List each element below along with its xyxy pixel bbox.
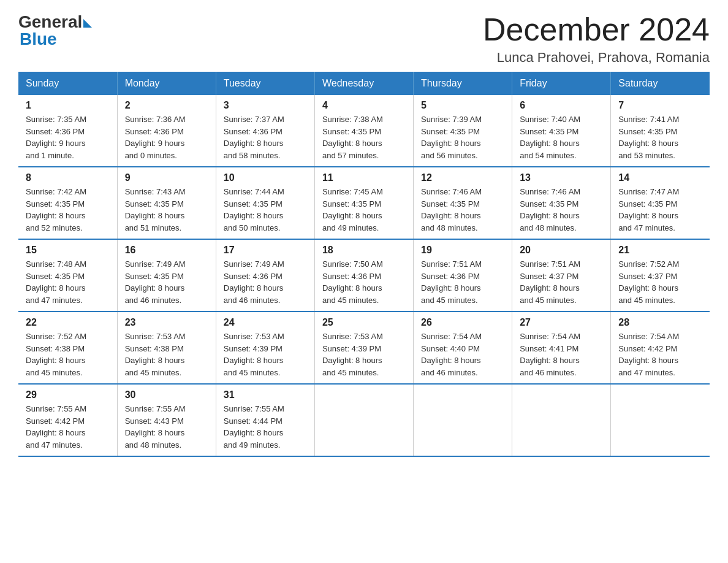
header-row: SundayMondayTuesdayWednesdayThursdayFrid…	[18, 72, 710, 95]
calendar-table: SundayMondayTuesdayWednesdayThursdayFrid…	[18, 72, 710, 457]
day-number: 2	[125, 100, 208, 111]
day-number: 7	[618, 100, 702, 111]
day-info: Sunrise: 7:51 AM Sunset: 4:37 PM Dayligh…	[520, 258, 603, 306]
day-number: 29	[26, 389, 110, 400]
day-info: Sunrise: 7:46 AM Sunset: 4:35 PM Dayligh…	[520, 186, 603, 234]
day-cell: 21Sunrise: 7:52 AM Sunset: 4:37 PM Dayli…	[611, 239, 710, 312]
day-number: 20	[520, 245, 603, 256]
day-cell: 7Sunrise: 7:41 AM Sunset: 4:35 PM Daylig…	[611, 95, 710, 167]
day-number: 19	[421, 245, 504, 256]
day-cell: 17Sunrise: 7:49 AM Sunset: 4:36 PM Dayli…	[216, 239, 314, 312]
day-cell: 15Sunrise: 7:48 AM Sunset: 4:35 PM Dayli…	[18, 239, 117, 312]
day-number: 23	[125, 317, 208, 328]
logo-blue-text: Blue	[20, 29, 92, 49]
day-cell: 31Sunrise: 7:55 AM Sunset: 4:44 PM Dayli…	[216, 384, 314, 456]
day-info: Sunrise: 7:54 AM Sunset: 4:40 PM Dayligh…	[421, 331, 504, 378]
day-cell	[414, 384, 512, 456]
day-info: Sunrise: 7:36 AM Sunset: 4:36 PM Dayligh…	[125, 113, 208, 161]
day-cell: 23Sunrise: 7:53 AM Sunset: 4:38 PM Dayli…	[117, 312, 216, 384]
day-number: 4	[322, 100, 406, 111]
day-number: 15	[26, 245, 110, 256]
page-title: December 2024	[483, 12, 710, 47]
day-cell: 1Sunrise: 7:35 AM Sunset: 4:36 PM Daylig…	[18, 95, 117, 167]
day-number: 1	[26, 100, 110, 111]
day-number: 12	[421, 172, 504, 183]
day-cell: 13Sunrise: 7:46 AM Sunset: 4:35 PM Dayli…	[512, 167, 611, 239]
day-info: Sunrise: 7:41 AM Sunset: 4:35 PM Dayligh…	[618, 113, 702, 161]
day-info: Sunrise: 7:44 AM Sunset: 4:35 PM Dayligh…	[224, 186, 307, 234]
header-cell-saturday: Saturday	[611, 72, 710, 95]
title-section: December 2024 Lunca Prahovei, Prahova, R…	[483, 12, 710, 66]
day-info: Sunrise: 7:53 AM Sunset: 4:38 PM Dayligh…	[125, 331, 208, 378]
day-cell: 25Sunrise: 7:53 AM Sunset: 4:39 PM Dayli…	[314, 312, 413, 384]
day-number: 10	[224, 172, 307, 183]
day-cell: 20Sunrise: 7:51 AM Sunset: 4:37 PM Dayli…	[512, 239, 611, 312]
day-info: Sunrise: 7:53 AM Sunset: 4:39 PM Dayligh…	[224, 331, 307, 378]
header-cell-friday: Friday	[512, 72, 611, 95]
day-number: 25	[322, 317, 406, 328]
day-cell: 2Sunrise: 7:36 AM Sunset: 4:36 PM Daylig…	[117, 95, 216, 167]
day-number: 9	[125, 172, 208, 183]
day-number: 30	[125, 389, 208, 400]
day-info: Sunrise: 7:46 AM Sunset: 4:35 PM Dayligh…	[421, 186, 504, 234]
day-cell: 8Sunrise: 7:42 AM Sunset: 4:35 PM Daylig…	[18, 167, 117, 239]
day-cell: 24Sunrise: 7:53 AM Sunset: 4:39 PM Dayli…	[216, 312, 314, 384]
day-cell: 14Sunrise: 7:47 AM Sunset: 4:35 PM Dayli…	[611, 167, 710, 239]
day-info: Sunrise: 7:49 AM Sunset: 4:36 PM Dayligh…	[224, 258, 307, 306]
calendar-header: SundayMondayTuesdayWednesdayThursdayFrid…	[18, 72, 710, 95]
week-row-2: 8Sunrise: 7:42 AM Sunset: 4:35 PM Daylig…	[18, 167, 710, 239]
day-cell: 4Sunrise: 7:38 AM Sunset: 4:35 PM Daylig…	[314, 95, 413, 167]
day-cell: 29Sunrise: 7:55 AM Sunset: 4:42 PM Dayli…	[18, 384, 117, 456]
header-cell-sunday: Sunday	[18, 72, 117, 95]
day-cell: 26Sunrise: 7:54 AM Sunset: 4:40 PM Dayli…	[414, 312, 512, 384]
header-cell-thursday: Thursday	[414, 72, 512, 95]
day-cell: 28Sunrise: 7:54 AM Sunset: 4:42 PM Dayli…	[611, 312, 710, 384]
day-info: Sunrise: 7:43 AM Sunset: 4:35 PM Dayligh…	[125, 186, 208, 234]
calendar-body: 1Sunrise: 7:35 AM Sunset: 4:36 PM Daylig…	[18, 95, 710, 456]
day-number: 3	[224, 100, 307, 111]
day-info: Sunrise: 7:52 AM Sunset: 4:37 PM Dayligh…	[618, 258, 702, 306]
day-cell: 22Sunrise: 7:52 AM Sunset: 4:38 PM Dayli…	[18, 312, 117, 384]
day-number: 27	[520, 317, 603, 328]
header-cell-wednesday: Wednesday	[314, 72, 413, 95]
day-number: 31	[224, 389, 307, 400]
day-cell: 9Sunrise: 7:43 AM Sunset: 4:35 PM Daylig…	[117, 167, 216, 239]
day-cell: 6Sunrise: 7:40 AM Sunset: 4:35 PM Daylig…	[512, 95, 611, 167]
day-number: 17	[224, 245, 307, 256]
week-row-4: 22Sunrise: 7:52 AM Sunset: 4:38 PM Dayli…	[18, 312, 710, 384]
day-info: Sunrise: 7:50 AM Sunset: 4:36 PM Dayligh…	[322, 258, 406, 306]
page-header: General Blue December 2024 Lunca Prahove…	[18, 12, 710, 66]
day-info: Sunrise: 7:51 AM Sunset: 4:36 PM Dayligh…	[421, 258, 504, 306]
day-number: 11	[322, 172, 406, 183]
day-number: 13	[520, 172, 603, 183]
header-cell-tuesday: Tuesday	[216, 72, 314, 95]
week-row-1: 1Sunrise: 7:35 AM Sunset: 4:36 PM Daylig…	[18, 95, 710, 167]
week-row-5: 29Sunrise: 7:55 AM Sunset: 4:42 PM Dayli…	[18, 384, 710, 456]
day-info: Sunrise: 7:55 AM Sunset: 4:42 PM Dayligh…	[26, 403, 110, 451]
day-number: 26	[421, 317, 504, 328]
day-number: 22	[26, 317, 110, 328]
day-number: 21	[618, 245, 702, 256]
logo-general-text: General	[18, 12, 82, 31]
day-cell	[611, 384, 710, 456]
day-info: Sunrise: 7:55 AM Sunset: 4:44 PM Dayligh…	[224, 403, 307, 451]
week-row-3: 15Sunrise: 7:48 AM Sunset: 4:35 PM Dayli…	[18, 239, 710, 312]
day-cell: 18Sunrise: 7:50 AM Sunset: 4:36 PM Dayli…	[314, 239, 413, 312]
day-cell: 16Sunrise: 7:49 AM Sunset: 4:35 PM Dayli…	[117, 239, 216, 312]
day-number: 8	[26, 172, 110, 183]
day-info: Sunrise: 7:45 AM Sunset: 4:35 PM Dayligh…	[322, 186, 406, 234]
logo: General Blue	[18, 12, 92, 49]
day-info: Sunrise: 7:55 AM Sunset: 4:43 PM Dayligh…	[125, 403, 208, 451]
day-number: 14	[618, 172, 702, 183]
day-info: Sunrise: 7:54 AM Sunset: 4:42 PM Dayligh…	[618, 331, 702, 378]
day-number: 16	[125, 245, 208, 256]
day-info: Sunrise: 7:54 AM Sunset: 4:41 PM Dayligh…	[520, 331, 603, 378]
day-info: Sunrise: 7:49 AM Sunset: 4:35 PM Dayligh…	[125, 258, 208, 306]
day-cell: 11Sunrise: 7:45 AM Sunset: 4:35 PM Dayli…	[314, 167, 413, 239]
day-info: Sunrise: 7:39 AM Sunset: 4:35 PM Dayligh…	[421, 113, 504, 161]
day-cell: 5Sunrise: 7:39 AM Sunset: 4:35 PM Daylig…	[414, 95, 512, 167]
day-cell	[512, 384, 611, 456]
day-number: 18	[322, 245, 406, 256]
day-info: Sunrise: 7:42 AM Sunset: 4:35 PM Dayligh…	[26, 186, 110, 234]
day-info: Sunrise: 7:52 AM Sunset: 4:38 PM Dayligh…	[26, 331, 110, 378]
